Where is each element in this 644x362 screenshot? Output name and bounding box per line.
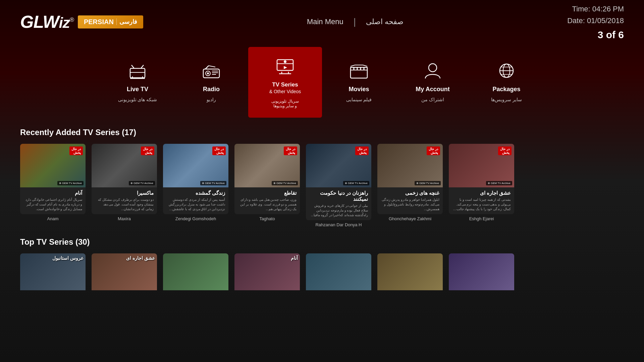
recently-added-card[interactable]: در حالپخش ⊕ GEM TV Archive عشق اجاره ای … <box>449 144 514 227</box>
card-title-en: Ghonchehaye Zakhmi <box>377 216 443 221</box>
card-thumbnail: در حالپخش ⊕ GEM TV Archive <box>377 144 443 187</box>
tv-series-icon <box>275 56 295 77</box>
card-desc: دو دوست برای برطرف کردن مشکل که بینشان و… <box>95 197 154 212</box>
menu-item-tv-series[interactable]: TV Series& Other Videos سریال تلویزیونیو… <box>248 47 322 118</box>
card-desc: آسیه پس از اینکه از مردی که دوستش داشت ج… <box>166 197 225 212</box>
logo-area: GLWiz® PERSIAN فارسی <box>20 13 143 31</box>
my-account-label-fa: اشتراک من <box>421 97 444 102</box>
card-thumbnail: در حالپخش ⊕ GEM TV Archive <box>306 144 371 187</box>
nav-main-fa[interactable]: صفحه اصلی <box>366 17 404 26</box>
card-desc: بشدتی که از همه چیزنا امید است و با بی‌پ… <box>452 197 511 212</box>
top-series-title: Top TV Series (30) <box>20 237 624 247</box>
nav-divider: | <box>354 16 356 27</box>
svg-line-28 <box>351 65 355 66</box>
card-info: راهزنان در دنیا حکومت نمیکنند بیلی از جو… <box>306 187 371 220</box>
live-badge: در حالپخش <box>212 146 226 155</box>
card-thumbnail: آنام <box>234 253 300 290</box>
persian-badge-en: PERSIAN <box>84 18 114 26</box>
svg-line-29 <box>363 65 367 66</box>
top-series-card[interactable]: آنام <box>234 253 300 290</box>
svg-rect-0 <box>130 68 145 78</box>
card-thumbnail: در حالپخش ⊕ GEM TV Archive <box>163 144 228 187</box>
top-series-section: Top TV Series (30) عروس استانبول عشق اجا… <box>20 237 624 290</box>
recently-added-cards: در حالپخش ⊕ GEM TV Archive آنام سریال آن… <box>20 144 624 227</box>
card-thumbnail: عروس استانبول <box>20 253 86 290</box>
live-badge: در حالپخش <box>284 146 297 155</box>
gem-badge: ⊕ GEM TV Archive <box>272 181 298 185</box>
card-title-en: Taghato <box>234 216 300 221</box>
my-account-label-en: My Account <box>416 86 449 93</box>
recently-added-card[interactable]: در حالپخش ⊕ GEM TV Archive ماکسیرا دو دو… <box>92 144 157 227</box>
card-info: زندگی گمشده آسیه پس از اینکه از مردی که … <box>163 187 228 214</box>
menu-item-packages[interactable]: Packages سایر سرویس‌ها <box>470 47 543 118</box>
persian-badge-fa: فارسی <box>119 18 137 25</box>
card-title-en: Eshgh Ejarei <box>449 216 514 221</box>
header: GLWiz® PERSIAN فارسی Main Menu | صفحه اص… <box>0 0 644 44</box>
gem-badge: ⊕ GEM TV Archive <box>343 181 369 185</box>
card-desc: بیلی از جوانی در کارهای خرید و فروش سلاح… <box>309 203 368 218</box>
live-badge: در حالپخش <box>141 146 154 155</box>
card-info: آنام سریال آنام ژانری اجتماعی خانوادگی د… <box>20 187 86 214</box>
live-tv-label-en: Live TV <box>127 86 148 93</box>
top-series-card[interactable] <box>163 253 228 290</box>
movies-label-fa: فیلم سینمایی <box>346 97 372 102</box>
menu-item-my-account[interactable]: My Account اشتراک من <box>396 47 470 118</box>
gem-badge: ⊕ GEM TV Archive <box>486 181 512 185</box>
recently-added-card[interactable]: در حالپخش ⊕ GEM TV Archive غنچه های زخمی… <box>377 144 443 227</box>
packages-icon <box>496 62 517 82</box>
live-tv-label-fa: شبکه های تلویزیونی <box>118 97 157 102</box>
tv-series-label-en: TV Series& Other Videos <box>269 81 301 95</box>
top-series-card[interactable] <box>449 253 514 290</box>
glwiz-logo-text: GLWiz® <box>20 13 74 31</box>
top-series-card[interactable]: عروس استانبول <box>20 253 86 290</box>
top-series-card[interactable] <box>377 253 443 290</box>
packages-label-fa: سایر سرویس‌ها <box>491 97 522 102</box>
radio-label-en: Radio <box>203 86 220 93</box>
recently-added-section: Recently Added TV Series (17) در حالپخش … <box>20 128 624 227</box>
svg-rect-22 <box>351 67 367 78</box>
card-title-en: Anam <box>20 216 86 221</box>
menu-item-live-tv[interactable]: Live TV شبکه های تلویزیونی <box>101 47 174 118</box>
movies-label-en: Movies <box>348 86 369 93</box>
my-account-icon <box>423 62 443 82</box>
recently-added-card[interactable]: در حالپخش ⊕ GEM TV Archive راهزنان در دن… <box>306 144 371 227</box>
date-display: Date: 01/05/2018 <box>567 15 624 26</box>
nav-main-menu[interactable]: Main Menu <box>307 17 343 26</box>
card-info: غنچه های زخمی ایلول همراه‌با خواهر و ماد… <box>377 187 443 214</box>
card-title-en: Maxira <box>92 216 157 221</box>
top-series-cards: عروس استانبول عشق اجاره ای آنام <box>20 253 624 290</box>
recently-added-card[interactable]: در حالپخش ⊕ GEM TV Archive تقاطع ورن، صا… <box>234 144 300 227</box>
svg-line-2 <box>141 65 144 68</box>
card-thumbnail <box>449 253 514 290</box>
live-badge: در حالپخش <box>69 146 83 155</box>
card-thumbnail: در حالپخش ⊕ GEM TV Archive <box>449 144 514 187</box>
menu-item-movies[interactable]: Movies فیلم سینمایی <box>322 47 396 118</box>
radio-label-fa: رادیو <box>207 97 216 102</box>
card-title-fa: آنام <box>23 190 82 196</box>
card-info: تقاطع ورن، صاحب چندین هتل می باشد و دارا… <box>234 187 300 214</box>
top-series-card[interactable] <box>306 253 371 290</box>
recently-added-card[interactable]: در حالپخش ⊕ GEM TV Archive آنام سریال آن… <box>20 144 86 227</box>
top-series-card[interactable]: عشق اجاره ای <box>92 253 157 290</box>
tv-series-label-fa: سریال تلویزیونیو سایر ویدیوها <box>271 99 299 108</box>
registered-mark: ® <box>70 16 74 23</box>
svg-point-9 <box>207 72 209 74</box>
badge-divider <box>116 18 117 25</box>
card-desc: ایلول همراه‌با خواهر و مادرو پدرش زندگی … <box>381 197 439 212</box>
card-title-fa: زندگی گمشده <box>166 190 225 196</box>
recently-added-card[interactable]: در حالپخش ⊕ GEM TV Archive زندگی گمشده آ… <box>163 144 228 227</box>
card-thumbnail: در حالپخش ⊕ GEM TV Archive <box>20 144 86 187</box>
card-title-en: Zendegi Gomshodeh <box>163 216 228 221</box>
card-thumbnail <box>377 253 443 290</box>
live-badge: در حالپخش <box>427 146 440 155</box>
svg-point-31 <box>429 64 437 72</box>
radio-icon <box>201 62 221 82</box>
card-title-fa: ماکسیرا <box>95 190 154 196</box>
svg-marker-18 <box>284 66 287 69</box>
menu-item-radio[interactable]: Radio رادیو <box>174 47 248 118</box>
card-thumbnail <box>306 253 371 290</box>
card-thumbnail: در حالپخش ⊕ GEM TV Archive <box>234 144 300 187</box>
card-title-fa: عشق اجاره ای <box>452 190 511 196</box>
card-title-en: Rahzanan Dar Donya H <box>306 222 371 227</box>
movies-icon <box>349 62 369 82</box>
